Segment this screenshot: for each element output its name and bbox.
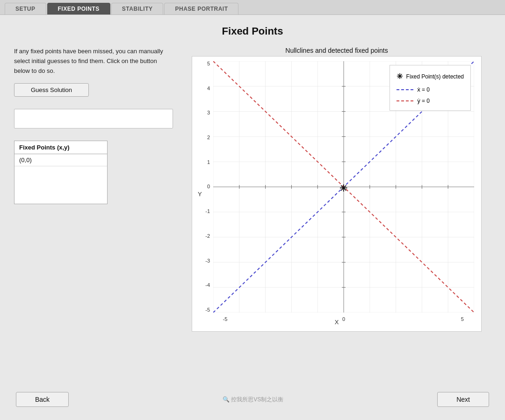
x-axis-label: X bbox=[335, 319, 339, 326]
tab-stability[interactable]: STABILITY bbox=[111, 3, 164, 14]
y-ticks: 5 4 3 2 1 0 -1 -2 -3 -4 -5 bbox=[192, 61, 212, 313]
body-area: If any fixed points have been missed, yo… bbox=[14, 47, 491, 384]
x-tick-5: 5 bbox=[450, 316, 474, 322]
legend-item-ydot: ẏ = 0 bbox=[397, 95, 464, 107]
y-tick-1: 1 bbox=[207, 160, 210, 165]
legend-star-icon: ✳ bbox=[397, 69, 403, 84]
legend-ydot-label: ẏ = 0 bbox=[417, 95, 430, 107]
legend: ✳ Fixed Point(s) detected ẋ = 0 ẏ = 0 bbox=[390, 65, 471, 111]
y-tick-n3: -3 bbox=[205, 258, 210, 263]
y-tick-3: 3 bbox=[207, 110, 210, 115]
next-button[interactable]: Next bbox=[437, 392, 489, 407]
legend-item-fixed-point: ✳ Fixed Point(s) detected bbox=[397, 69, 464, 84]
fixed-points-table: Fixed Points (x,y) (0,0) bbox=[14, 141, 108, 204]
legend-fixed-point-label: Fixed Point(s) detected bbox=[406, 71, 464, 82]
chart-area: Nullclines and detected fixed points Y 5… bbox=[182, 47, 491, 384]
chart-title: Nullclines and detected fixed points bbox=[285, 47, 388, 54]
y-tick-n2: -2 bbox=[205, 234, 210, 239]
legend-red-line bbox=[397, 100, 413, 101]
tab-bar: SETUP FIXED POINTS STABILITY PHASE PORTR… bbox=[0, 0, 505, 15]
left-panel: If any fixed points have been missed, yo… bbox=[14, 47, 173, 384]
description-text: If any fixed points have been missed, yo… bbox=[14, 47, 173, 76]
y-tick-n1: -1 bbox=[205, 209, 210, 214]
text-input[interactable] bbox=[14, 109, 173, 128]
x-ticks: -5 0 5 bbox=[213, 315, 474, 322]
legend-item-xdot: ẋ = 0 bbox=[397, 84, 464, 95]
tab-setup[interactable]: SETUP bbox=[5, 3, 46, 14]
fixed-point-marker: ✳ bbox=[339, 183, 347, 193]
tab-fixed-points[interactable]: FIXED POINTS bbox=[47, 3, 110, 14]
tab-phase-portrait[interactable]: PHASE PORTRAIT bbox=[164, 3, 238, 14]
page-title: Fixed Points bbox=[14, 25, 491, 37]
footer: Back 🔍 控我所思VS制之以衡 Next bbox=[14, 392, 491, 407]
x-tick-n5: -5 bbox=[213, 316, 237, 322]
back-button[interactable]: Back bbox=[16, 392, 69, 407]
guess-solution-button[interactable]: Guess Solution bbox=[14, 83, 89, 97]
y-tick-0: 0 bbox=[207, 184, 210, 189]
legend-blue-line bbox=[397, 89, 413, 90]
table-header: Fixed Points (x,y) bbox=[14, 141, 107, 154]
y-tick-2: 2 bbox=[207, 135, 210, 140]
y-tick-5: 5 bbox=[207, 61, 210, 66]
table-row-0: (0,0) bbox=[14, 154, 107, 166]
table-body-empty bbox=[14, 166, 107, 204]
y-tick-n4: -4 bbox=[205, 283, 210, 288]
y-tick-n5: -5 bbox=[205, 307, 210, 313]
legend-xdot-label: ẋ = 0 bbox=[417, 84, 430, 95]
main-content: Fixed Points If any fixed points have be… bbox=[0, 15, 505, 416]
watermark: 🔍 控我所思VS制之以衡 bbox=[223, 396, 283, 404]
chart-container: Y 5 4 3 2 1 0 -1 -2 -3 -4 -5 -5 bbox=[192, 56, 482, 332]
y-tick-4: 4 bbox=[207, 86, 210, 91]
